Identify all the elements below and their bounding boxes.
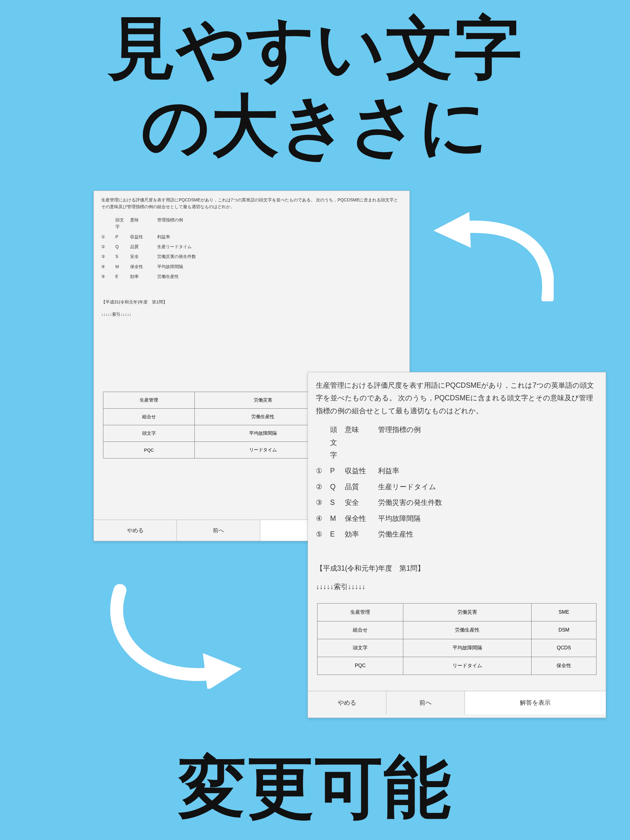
bottom-bar: やめる 前へ 解答を表示 (308, 691, 606, 714)
question-meta: 【平成31(令和元年)年度 第1問】 (316, 562, 598, 575)
keyword-cell[interactable]: QCDS (532, 639, 597, 657)
option-header: 頭文字 意味 管理指標の例 (316, 423, 598, 461)
keyword-cell[interactable]: 組合せ (317, 621, 403, 639)
opt-letter: P (116, 234, 125, 240)
opt-num: ⑤ (316, 528, 324, 540)
option-row[interactable]: ④ M 保全性 平均故障間隔 (101, 263, 402, 270)
opt-letter: Q (116, 243, 125, 250)
show-answer-button[interactable]: 解答を表示 (465, 691, 606, 714)
preview-panel-large: 生産管理における評価尺度を表す用語にPQCDSMEがあり，これは7つの英単語の頭… (308, 372, 606, 718)
opt-num: ④ (101, 263, 110, 270)
opt-mean: 品質 (345, 481, 372, 493)
keyword-cell[interactable]: SME (532, 603, 597, 621)
table-row: PQC リードタイム 保全性 (317, 657, 597, 674)
opt-ex: 労働災害の発生件数 (378, 496, 598, 509)
opt-num: ① (316, 464, 324, 477)
opt-ex: 労働生産性 (157, 273, 402, 280)
arrow-icon-top (424, 209, 554, 301)
quit-button[interactable]: やめる (94, 520, 177, 541)
opt-letter: Q (330, 481, 339, 493)
opt-mean: 安全 (345, 496, 372, 509)
index-line: ↓↓↓↓↓索引↓↓↓↓↓ (316, 581, 598, 593)
opt-mean: 効率 (345, 528, 372, 540)
keyword-cell[interactable]: 生産管理 (317, 603, 403, 621)
keyword-cell[interactable]: 頭文字 (317, 639, 403, 657)
opt-letter: M (116, 263, 125, 270)
option-row[interactable]: ② Q 品質 生産リードタイム (316, 481, 598, 493)
question-meta: 【平成31(令和元年)年度 第1問】 (101, 298, 402, 305)
opt-ex: 労働生産性 (378, 528, 598, 540)
keyword-cell[interactable]: 労働災害 (403, 603, 532, 621)
col-head-mean: 意味 (130, 216, 152, 223)
option-row[interactable]: ③ S 安全 労働災害の発生件数 (316, 496, 598, 509)
keyword-cell[interactable]: DSM (532, 621, 597, 639)
arrow-icon-bottom (101, 584, 249, 689)
opt-num: ④ (316, 512, 324, 525)
opt-mean: 安全 (130, 253, 152, 260)
keyword-cell[interactable]: PQC (103, 442, 195, 458)
opt-num: ② (316, 481, 324, 493)
opt-mean: 保全性 (130, 263, 152, 270)
keyword-grid: 生産管理 労働災害 SME 組合せ 労働生産性 DSM 頭文字 平均故障間隔 Q… (317, 603, 597, 675)
option-table: 頭文字 意味 管理指標の例 ① P 収益性 利益率 ② Q 品質 生産リードタイ… (101, 216, 402, 280)
keyword-cell[interactable]: リードタイム (403, 657, 532, 674)
opt-num: ② (101, 243, 110, 250)
opt-letter: E (116, 273, 125, 280)
footer-text: 変更可能 (0, 742, 630, 834)
keyword-cell[interactable]: 生産管理 (103, 392, 195, 409)
question-area-large: 生産管理における評価尺度を表す用語にPQCDSMEがあり，これは7つの英単語の頭… (308, 373, 606, 600)
opt-mean: 品質 (130, 243, 152, 250)
opt-mean: 保全性 (345, 512, 372, 525)
opt-ex: 利益率 (157, 234, 402, 240)
svg-marker-1 (203, 654, 242, 689)
opt-ex: 生産リードタイム (157, 243, 402, 250)
col-head-mean: 意味 (345, 423, 372, 436)
index-line: ↓↓↓↓↓索引↓↓↓↓↓ (101, 311, 402, 317)
table-row: 生産管理 労働災害 SME (317, 603, 597, 621)
question-area-small: 生産管理における評価尺度を表す用語にPQCDSMEがあり，これは7つの英単語の頭… (94, 191, 410, 323)
opt-num: ① (101, 234, 110, 240)
keyword-cell[interactable]: 労働生産性 (403, 621, 532, 639)
quit-button[interactable]: やめる (308, 691, 386, 714)
option-row[interactable]: ⑤ E 効率 労働生産性 (101, 273, 402, 280)
option-row[interactable]: ③ S 安全 労働災害の発生件数 (101, 253, 402, 260)
col-head-ex: 管理指標の例 (157, 216, 402, 223)
option-header: 頭文字 意味 管理指標の例 (101, 216, 402, 230)
keyword-cell[interactable]: PQC (317, 657, 403, 674)
opt-mean: 収益性 (130, 234, 152, 240)
col-head-ex: 管理指標の例 (378, 423, 598, 436)
keyword-cell[interactable]: 頭文字 (103, 425, 195, 442)
option-row[interactable]: ① P 収益性 利益率 (316, 464, 598, 477)
opt-mean: 収益性 (345, 464, 372, 477)
opt-num: ⑤ (101, 273, 110, 280)
table-row: 頭文字 平均故障間隔 QCDS (317, 639, 597, 657)
opt-letter: E (330, 528, 339, 540)
opt-letter: S (116, 253, 125, 260)
opt-mean: 効率 (130, 273, 152, 280)
option-table: 頭文字 意味 管理指標の例 ① P 収益性 利益率 ② Q 品質 生産リードタイ… (316, 423, 598, 540)
headline-line2: の大きさに (0, 87, 630, 165)
option-row[interactable]: ① P 収益性 利益率 (101, 234, 402, 240)
opt-ex: 生産リードタイム (378, 481, 598, 493)
opt-letter: S (330, 496, 339, 509)
keyword-cell[interactable]: 平均故障間隔 (403, 639, 532, 657)
headline-line1: 見やすい文字 (0, 0, 630, 87)
keyword-cell[interactable]: 保全性 (532, 657, 597, 674)
question-text: 生産管理における評価尺度を表す用語にPQCDSMEがあり，これは7つの英単語の頭… (316, 379, 598, 417)
opt-letter: M (330, 512, 339, 525)
svg-marker-0 (434, 212, 471, 248)
prev-button[interactable]: 前へ (386, 691, 465, 714)
keyword-cell[interactable]: 組合せ (103, 409, 195, 425)
option-row[interactable]: ④ M 保全性 平均故障間隔 (316, 512, 598, 525)
option-row[interactable]: ② Q 品質 生産リードタイム (101, 243, 402, 250)
opt-ex: 労働災害の発生件数 (157, 253, 402, 260)
opt-num: ③ (316, 496, 324, 509)
opt-num: ③ (101, 253, 110, 260)
opt-letter: P (330, 464, 339, 477)
opt-ex: 利益率 (378, 464, 598, 477)
option-row[interactable]: ⑤ E 効率 労働生産性 (316, 528, 598, 540)
opt-ex: 平均故障間隔 (157, 263, 402, 270)
opt-ex: 平均故障間隔 (378, 512, 598, 525)
prev-button[interactable]: 前へ (177, 520, 260, 541)
question-text: 生産管理における評価尺度を表す用語にPQCDSMEがあり，これは7つの英単語の頭… (101, 196, 402, 210)
